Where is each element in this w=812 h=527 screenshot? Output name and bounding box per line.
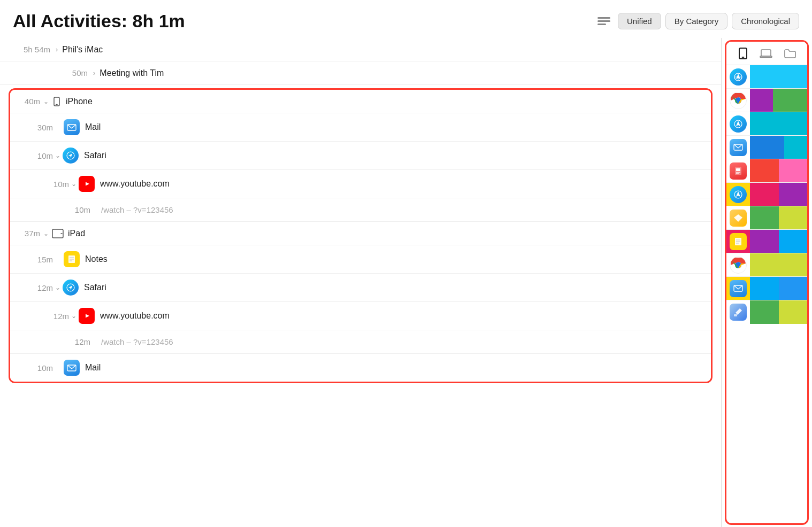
timeline-icon-safari [726, 65, 750, 89]
chevron-down-icon: ⌄ [71, 180, 76, 188]
mail-app-icon [64, 119, 80, 135]
timeline-row-3 [726, 112, 807, 136]
duration: 12m [48, 312, 69, 321]
activity-row-youtube-ipad[interactable]: 12m ⌄ www.youtube.com [10, 302, 711, 330]
svg-marker-4 [68, 152, 74, 158]
activity-row-mail-iphone[interactable]: 30m Mail [10, 113, 711, 142]
timeline-row-5 [726, 159, 807, 183]
svg-rect-31 [736, 168, 740, 171]
timeline-icon-notes-pink [726, 230, 750, 253]
svg-marker-35 [736, 191, 740, 197]
chevron-down-icon: ⌄ [43, 98, 49, 105]
duration: 15m [32, 255, 53, 264]
timeline-icon-chrome2 [726, 253, 750, 277]
timeline-icon-sketch [726, 206, 750, 230]
activity-row-iphone[interactable]: 40m ⌄ iPhone [10, 90, 711, 113]
youtube-app-icon [79, 308, 95, 324]
timeline-icon-xcode [726, 300, 750, 324]
duration: 10m [32, 363, 53, 373]
activity-row-safari-ipad[interactable]: 12m ⌄ Safari [10, 274, 711, 302]
activity-row-notes-ipad[interactable]: 15m Notes [10, 245, 711, 274]
row-label: iPad [68, 229, 85, 238]
activity-row-youtube-iphone[interactable]: 10m ⌄ www.youtube.com [10, 170, 711, 198]
chevron-down-icon: ⌄ [55, 284, 60, 291]
row-label: Meeting with Tim [99, 68, 164, 78]
view-btn-category[interactable]: By Category [665, 13, 728, 29]
timeline-icon-safari-yellow [726, 183, 750, 206]
youtube-app-icon [79, 176, 95, 192]
row-label: www.youtube.com [100, 311, 170, 321]
activity-row-watch-ipad[interactable]: 12m /watch – ?v=123456 [10, 330, 711, 354]
page-header: All Activities: 8h 1m Unified By Categor… [0, 0, 812, 38]
row-label: iPhone [66, 97, 93, 106]
laptop-device-icon [760, 49, 772, 58]
activity-row-meeting[interactable]: 50m › Meeting with Tim [0, 61, 721, 85]
row-label: Safari [84, 151, 106, 160]
timeline-row-7 [726, 206, 807, 230]
svg-marker-14 [68, 284, 74, 290]
duration: 10m [32, 151, 53, 160]
duration: 10m [69, 205, 90, 214]
folder-device-icon [784, 49, 796, 58]
device-tabs [726, 42, 807, 65]
chevron-down-icon: ⌄ [55, 152, 60, 159]
activity-list: 5h 54m › Phil's iMac 50m › Meeting with … [0, 38, 721, 527]
chevron-down-icon: ⌄ [43, 230, 49, 237]
timeline-icon-chrome [726, 89, 750, 112]
timeline-icon-keynote [726, 159, 750, 183]
activity-row-ipad[interactable]: 37m ⌄ iPad [10, 222, 711, 245]
duration-inner: 50m [66, 68, 88, 78]
duration: 40m [19, 97, 40, 106]
timeline-row-6 [726, 183, 807, 206]
phone-device-icon [738, 48, 748, 59]
safari-app-icon [63, 148, 79, 164]
view-toggle-icon[interactable] [597, 17, 610, 25]
svg-rect-44 [734, 314, 737, 316]
activity-row-safari-iphone[interactable]: 10m ⌄ Safari [10, 142, 711, 170]
row-label: Mail [85, 122, 101, 132]
chevron-down-icon: ⌄ [71, 312, 76, 320]
view-btn-chronological[interactable]: Chronological [732, 13, 799, 29]
activity-row-watch-iphone[interactable]: 10m /watch – ?v=123456 [10, 198, 711, 222]
timeline-icon-mail [726, 136, 750, 159]
safari-app-icon [63, 280, 79, 296]
red-box-section: 40m ⌄ iPhone 30m Mail [9, 88, 713, 383]
duration: 12m [32, 283, 53, 292]
right-panel-inner [725, 40, 809, 525]
activity-row-mail-ipad[interactable]: 10m Mail [10, 354, 711, 382]
timeline-icon-safari2 [726, 112, 750, 136]
row-label: /watch – ?v=123456 [101, 205, 173, 214]
row-label: Phil's iMac [62, 45, 103, 55]
svg-marker-28 [736, 121, 740, 126]
notes-app-icon [64, 251, 80, 267]
timeline-icon-mail2 [726, 277, 750, 300]
svg-rect-20 [761, 50, 771, 56]
device-tab-phone[interactable] [736, 45, 750, 61]
timeline-row-8 [726, 230, 807, 253]
view-controls: Unified By Category Chronological [597, 13, 799, 29]
timeline-row-1 [726, 65, 807, 89]
row-label: Safari [84, 283, 106, 292]
device-tab-folder[interactable] [782, 46, 798, 60]
right-panel [721, 38, 812, 527]
device-tab-laptop[interactable] [757, 46, 775, 60]
activity-row-phils-imac[interactable]: 5h 54m › Phil's iMac [0, 38, 721, 61]
row-label: www.youtube.com [100, 179, 170, 189]
chevron-right-icon: › [56, 45, 58, 53]
timeline-row-9 [726, 253, 807, 277]
view-btn-unified[interactable]: Unified [618, 13, 661, 29]
duration: 12m [69, 337, 90, 346]
phone-icon [52, 97, 62, 106]
timeline-row-10 [726, 277, 807, 300]
row-label: /watch – ?v=123456 [101, 337, 173, 346]
row-label: Notes [85, 254, 108, 264]
timeline-row-4 [726, 136, 807, 159]
svg-rect-21 [760, 56, 772, 58]
mail-app-icon [64, 360, 80, 376]
timeline-row-2 [726, 89, 807, 112]
page-title: All Activities: 8h 1m [13, 11, 185, 32]
ipad-icon [52, 229, 64, 238]
duration: 30m [32, 123, 53, 132]
duration: 37m [19, 229, 40, 238]
chevron-right-icon: › [93, 69, 95, 77]
